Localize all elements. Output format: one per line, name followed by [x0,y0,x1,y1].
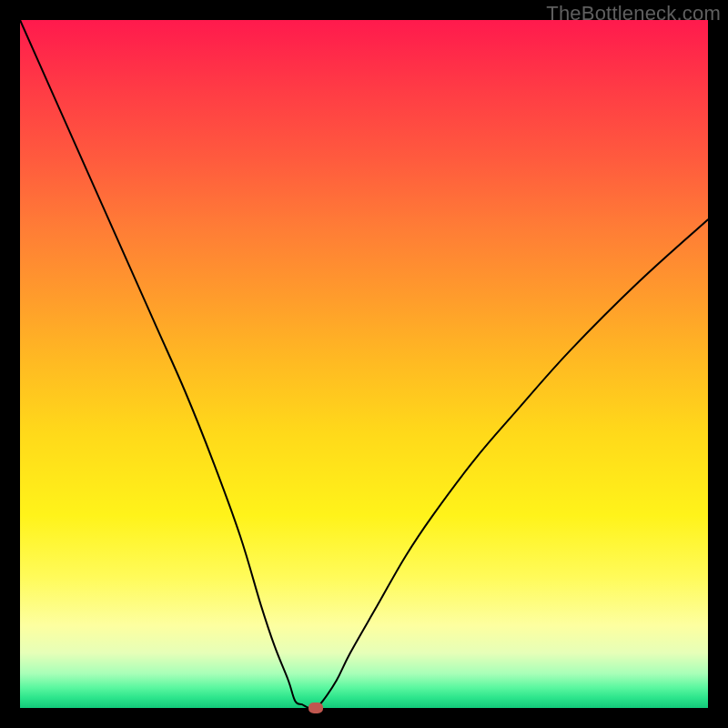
balance-point-marker [308,703,323,713]
bottleneck-curve [20,20,708,708]
plot-area [20,20,708,708]
chart-frame: TheBottleneck.com [0,0,728,728]
